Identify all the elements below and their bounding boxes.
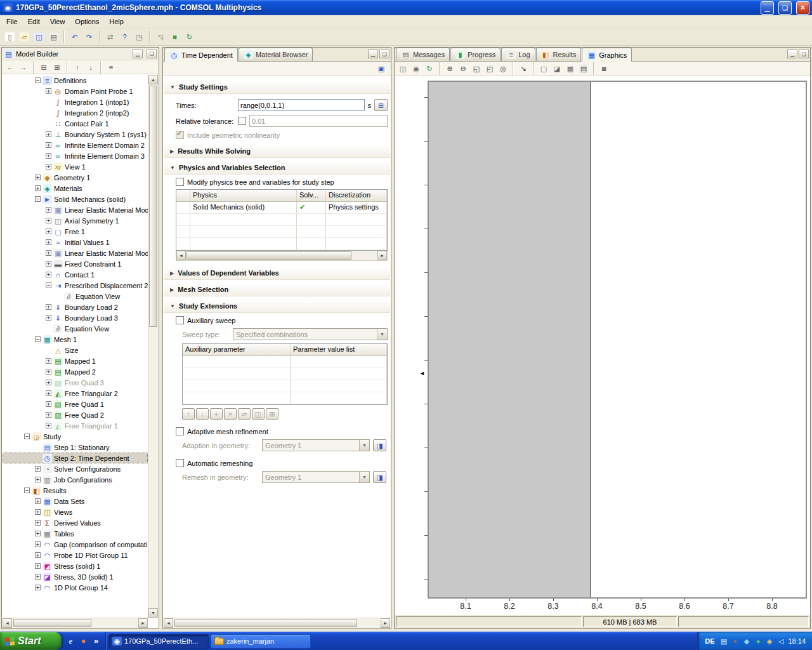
table-row[interactable] [183, 356, 387, 368]
tree-expander[interactable]: + [46, 401, 51, 407]
quick-launch-app-button[interactable]: ● [78, 636, 89, 647]
panel-minimize-button[interactable]: ▁ [787, 50, 797, 58]
expand-all-button[interactable]: ⊞ [51, 61, 63, 73]
load-file-button[interactable]: ▱ [238, 408, 251, 420]
tree-item-integration-2-intop2[interactable]: +∫Integration 2 (intop2) [3, 107, 148, 118]
help-button[interactable]: ? [117, 30, 132, 44]
adaptive-mesh-refinement-checkbox[interactable] [176, 427, 184, 435]
menu-edit[interactable]: Edit [23, 16, 45, 27]
ie-button[interactable]: e [65, 636, 76, 647]
tree-item-mapped-1[interactable]: +▤Mapped 1 [3, 355, 148, 366]
panel-maximize-button[interactable]: ❏ [379, 50, 390, 58]
image-snapshot-button[interactable]: ◙ [598, 62, 610, 74]
physics-table[interactable]: PhysicsSolv...DiscretizationSolid Mechan… [176, 189, 388, 251]
splitter-collapse-arrow[interactable]: ◄ [419, 370, 425, 376]
pan-button[interactable]: ◎ [497, 62, 509, 74]
tree-expander[interactable]: − [46, 282, 51, 288]
scrollbar-thumb[interactable] [187, 251, 351, 260]
tree-item-boundary-load-3[interactable]: +⇓Boundary Load 3 [3, 312, 148, 323]
tree-item-contact-pair-1[interactable]: +∷Contact Pair 1 [3, 118, 148, 129]
panel-minimize-button[interactable]: ▁ [133, 50, 143, 58]
tree-item-free-quad-1[interactable]: +▧Free Quad 1 [3, 399, 148, 409]
graphics-area[interactable]: -6.2-6.3-6.4-6.5-6.6-6.7-6.8-6.9-7-7.1-7… [395, 77, 809, 614]
visibility-button[interactable]: ◉ [410, 62, 422, 74]
table-row[interactable]: Solid Mechanics (solid)✔Physics settings [176, 202, 387, 214]
plot-canvas[interactable] [428, 81, 807, 599]
table-row[interactable] [176, 214, 387, 226]
tree-item-results[interactable]: −◧Results [3, 485, 148, 496]
tree-item-domain-point-probe-1[interactable]: +◎Domain Point Probe 1 [3, 86, 148, 96]
tree-expander[interactable]: + [46, 239, 51, 245]
pdf-icon[interactable]: ▪ [730, 637, 740, 646]
adaption-geometry-select[interactable]: Geometry 1 ▼ [262, 439, 370, 451]
tree-horizontal-scrollbar[interactable]: ◄ ► [3, 618, 148, 628]
tree-item-step-1-stationary[interactable]: +▤Step 1: Stationary [3, 442, 148, 453]
table-row[interactable] [176, 226, 387, 238]
tree-item-equation-view[interactable]: +∂Equation View [3, 291, 148, 302]
tree-item-free-quad-3[interactable]: +▧Free Quad 3 [3, 377, 148, 388]
scrollbar-thumb[interactable] [13, 619, 91, 627]
tree-item-probe-1d-plot-group-11[interactable]: +◠Probe 1D Plot Group 11 [3, 550, 148, 560]
chevron-down-icon[interactable]: ▼ [359, 472, 369, 482]
tree-item-step-2-time-dependent[interactable]: +◷Step 2: Time Dependent [3, 453, 148, 463]
tree-expander[interactable]: + [46, 423, 51, 428]
tree-item-study[interactable]: −◶Study [3, 431, 148, 442]
back-button[interactable]: ← [4, 61, 16, 73]
tab-time-dependent[interactable]: ◷Time Dependent [164, 48, 238, 62]
tab-graphics[interactable]: ▦Graphics [582, 48, 632, 62]
tree-item-infinite-element-domain-3[interactable]: +∞Infinite Element Domain 3 [3, 150, 148, 161]
panel-maximize-button[interactable]: ❏ [147, 50, 157, 58]
tree-expander[interactable]: + [46, 358, 51, 364]
tree-expander[interactable]: + [46, 229, 51, 234]
panel-maximize-button[interactable]: ❏ [799, 50, 809, 58]
tree-expander[interactable]: + [35, 498, 41, 504]
modify-physics-checkbox[interactable] [176, 178, 184, 186]
tree-vertical-scrollbar[interactable]: ▲ ▼ [148, 75, 158, 618]
undo-button[interactable]: ↶ [67, 30, 82, 44]
zoom-out-button[interactable]: ⊖ [457, 62, 469, 74]
scroll-right-icon[interactable]: ► [381, 618, 390, 628]
collapse-all-button[interactable]: ⊟ [37, 61, 50, 73]
tree-expander[interactable]: + [46, 390, 51, 396]
transparency-button[interactable]: ◪ [551, 62, 563, 74]
tab-log[interactable]: ≡Log [501, 48, 535, 61]
measure-button[interactable]: ◹ [153, 30, 167, 44]
times-input[interactable] [238, 99, 365, 111]
tree-item-stress-3d-solid-1[interactable]: +◪Stress, 3D (solid) 1 [3, 571, 148, 582]
tree-expander[interactable]: + [35, 585, 41, 590]
tree-item-view-1[interactable]: +xyView 1 [3, 161, 148, 172]
tree-expander[interactable]: + [35, 175, 41, 180]
print-button[interactable]: ▤ [577, 62, 590, 74]
tree-item-definitions[interactable]: −≡Definitions [3, 75, 148, 86]
tree-item-geometry-1[interactable]: +◆Geometry 1 [3, 172, 148, 183]
chevron-button[interactable]: » [91, 636, 102, 647]
open-button[interactable]: ▱ [17, 30, 32, 44]
scroll-left-icon[interactable]: ◄ [164, 618, 173, 628]
auxiliary-sweep-checkbox[interactable] [176, 316, 184, 324]
go-to-source-button[interactable]: ◨ [373, 471, 386, 483]
include-geometric-nonlinearity-checkbox[interactable] [176, 131, 184, 139]
tree-item-solver-configurations[interactable]: +◔Solver Configurations [3, 463, 148, 474]
new-file-button[interactable]: ▯ [3, 30, 17, 44]
tree-item-prescribed-displacement-2[interactable]: −⇥Prescribed Displacement 2 [3, 280, 148, 291]
tree-item-mapped-2[interactable]: +▤Mapped 2 [3, 366, 148, 377]
zoom-extents-button[interactable]: ◰ [483, 62, 496, 74]
titlebar[interactable]: ◉ 170GPa_50PerectEthanol_2micSphere.mph … [0, 0, 812, 15]
table-row[interactable] [183, 380, 387, 392]
tree-expander[interactable]: + [46, 153, 51, 159]
tab-results[interactable]: ◧Results [536, 48, 582, 61]
menu-options[interactable]: Options [70, 16, 104, 27]
tree-item-views[interactable]: +◫Views [3, 507, 148, 517]
tree-item-infinite-element-domain-2[interactable]: +∞Infinite Element Domain 2 [3, 140, 148, 150]
update-icon[interactable]: ● [753, 637, 763, 646]
tree-expander[interactable]: + [46, 164, 51, 169]
menu-view[interactable]: View [45, 16, 70, 27]
scroll-down-icon[interactable]: ▼ [148, 608, 158, 618]
tree-expander[interactable]: + [35, 574, 41, 580]
section-study-extensions[interactable]: ▼ Study Extensions [164, 300, 390, 313]
table-row[interactable] [183, 392, 387, 404]
tree-expander[interactable]: + [46, 250, 51, 256]
move-down-button[interactable]: ↓ [84, 61, 97, 73]
wireframe-button[interactable]: ▦ [564, 62, 577, 74]
tree-item-derived-values[interactable]: +ΣDerived Values [3, 517, 148, 528]
